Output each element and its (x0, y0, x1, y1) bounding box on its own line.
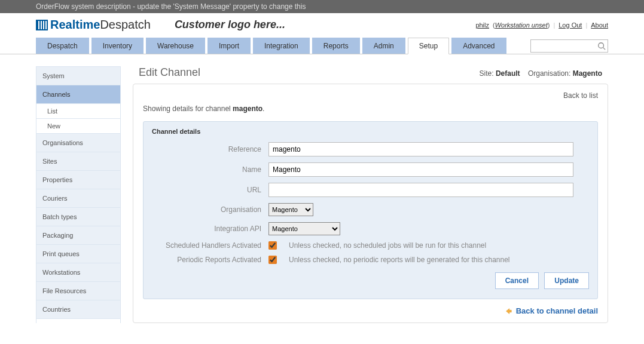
channel-details-panel: Channel details Reference Name URL Organ… (143, 121, 598, 299)
search-container (530, 39, 608, 53)
sidebar-item-packaging[interactable]: Packaging (36, 226, 120, 245)
name-input[interactable] (268, 162, 573, 177)
sidebar: System Channels List New Organisations S… (36, 66, 121, 323)
system-message-bar: OrderFlow system description - update th… (0, 0, 644, 13)
top-nav: Despatch Inventory Warehouse Import Inte… (0, 32, 644, 54)
scheduled-checkbox[interactable] (268, 241, 277, 250)
organisation-select[interactable]: Magento (268, 203, 313, 216)
back-to-list-link[interactable]: Back to list (143, 91, 598, 100)
scheduled-hint: Unless checked, no scheduled jobs will b… (289, 241, 486, 250)
search-input[interactable] (530, 39, 608, 53)
sidebar-sub-new[interactable]: New (36, 119, 120, 134)
tab-despatch[interactable]: Despatch (36, 38, 89, 54)
panel-title: Channel details (152, 128, 589, 135)
url-input[interactable] (268, 183, 573, 197)
back-to-channel-detail-link[interactable]: Back to channel detail (143, 306, 598, 315)
url-label: URL (152, 186, 268, 194)
sidebar-item-properties[interactable]: Properties (36, 171, 120, 189)
name-label: Name (152, 165, 268, 174)
tab-warehouse[interactable]: Warehouse (146, 38, 205, 54)
tab-integration[interactable]: Integration (253, 38, 310, 54)
header: RealtimeDespatch Customer logo here... p… (0, 13, 644, 32)
sidebar-item-countries[interactable]: Countries (36, 300, 120, 319)
sidebar-item-channels[interactable]: Channels (36, 85, 120, 104)
tab-reports[interactable]: Reports (312, 38, 360, 54)
sidebar-item-file-resources[interactable]: File Resources (36, 282, 120, 300)
cancel-button[interactable]: Cancel (495, 272, 539, 289)
content: Edit Channel Site: Default Organisation:… (133, 66, 608, 323)
update-button[interactable]: Update (544, 272, 589, 289)
periodic-label: Periodic Reports Activated (152, 256, 268, 264)
context-info: Site: Default Organisation: Magento (480, 69, 602, 78)
logout-link[interactable]: Log Out (558, 22, 582, 29)
sidebar-item-workstations[interactable]: Workstations (36, 263, 120, 282)
sidebar-sub-list[interactable]: List (36, 104, 120, 119)
sidebar-item-couriers[interactable]: Couriers (36, 189, 120, 208)
workstation-link[interactable]: Workstation unset (495, 22, 548, 29)
svg-line-1 (603, 47, 606, 50)
tab-admin[interactable]: Admin (362, 38, 405, 54)
api-select[interactable]: Magento (268, 222, 340, 235)
sidebar-item-batch-types[interactable]: Batch types (36, 208, 120, 226)
user-link[interactable]: philz (475, 22, 489, 29)
periodic-hint: Unless checked, no periodic reports will… (289, 256, 510, 264)
showing-text: Showing details for channel magento. (143, 105, 598, 113)
tab-import[interactable]: Import (207, 38, 251, 54)
search-icon[interactable] (597, 42, 606, 50)
tab-setup[interactable]: Setup (408, 38, 449, 54)
app-logo[interactable]: RealtimeDespatch (36, 18, 151, 32)
organisation-label: Organisation (152, 205, 268, 214)
sidebar-item-print-queues[interactable]: Print queues (36, 245, 120, 263)
header-user-links: philz (Workstation unset) | Log Out | Ab… (475, 22, 608, 29)
reference-input[interactable] (268, 142, 573, 156)
sidebar-item-sites[interactable]: Sites (36, 152, 120, 171)
svg-point-0 (599, 42, 604, 48)
about-link[interactable]: About (591, 22, 608, 29)
reference-label: Reference (152, 145, 268, 153)
content-body: Back to list Showing details for channel… (133, 84, 608, 323)
periodic-checkbox[interactable] (268, 256, 277, 264)
tab-inventory[interactable]: Inventory (91, 38, 144, 54)
sidebar-item-organisations[interactable]: Organisations (36, 134, 120, 152)
logo-text: RealtimeDespatch (50, 18, 151, 32)
arrow-left-icon (504, 307, 512, 315)
customer-logo-placeholder: Customer logo here... (175, 19, 285, 31)
api-label: Integration API (152, 225, 268, 233)
barcode-icon (36, 20, 48, 30)
page-title: Edit Channel (139, 66, 200, 79)
tab-advanced[interactable]: Advanced (451, 38, 506, 54)
sidebar-item-system[interactable]: System (36, 67, 120, 85)
scheduled-label: Scheduled Handlers Activated (152, 241, 268, 250)
